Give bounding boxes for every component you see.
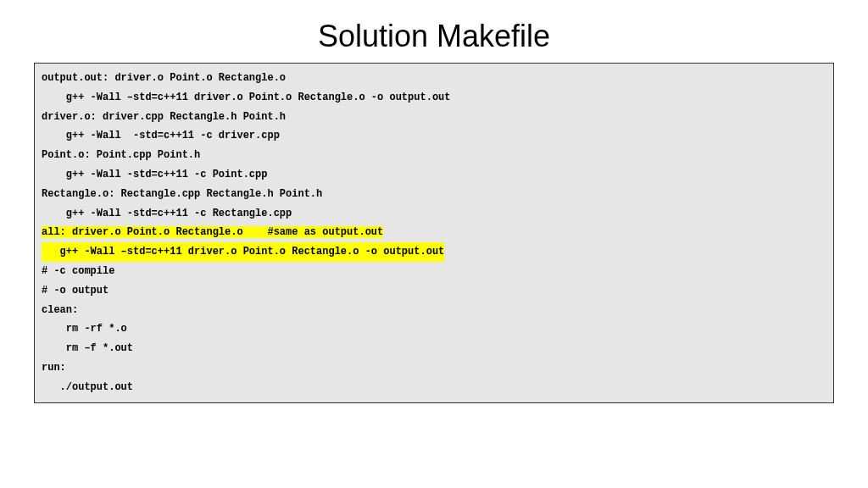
makefile-codebox: output.out: driver.o Point.o Rectangle.o… bbox=[34, 63, 834, 403]
code-line-highlight: all: driver.o Point.o Rectangle.o #same … bbox=[42, 223, 826, 242]
code-line: Point.o: Point.cpp Point.h bbox=[42, 146, 826, 165]
code-line: g++ -Wall –std=c++11 driver.o Point.o Re… bbox=[42, 88, 826, 108]
code-line: Rectangle.o: Rectangle.cpp Rectangle.h P… bbox=[42, 185, 826, 204]
code-line: run: bbox=[42, 358, 826, 378]
code-line: # -c compile bbox=[42, 262, 826, 281]
code-line: rm -rf *.o bbox=[42, 319, 826, 339]
code-line-highlight: g++ -Wall –std=c++11 driver.o Point.o Re… bbox=[42, 242, 826, 262]
code-line: driver.o: driver.cpp Rectangle.h Point.h bbox=[42, 108, 826, 127]
code-line: ./output.out bbox=[42, 378, 826, 397]
code-line: g++ -Wall -std=c++11 -c Point.cpp bbox=[42, 165, 826, 185]
code-line: output.out: driver.o Point.o Rectangle.o bbox=[42, 69, 826, 88]
code-line: g++ -Wall -std=c++11 -c Rectangle.cpp bbox=[42, 204, 826, 224]
code-line: rm –f *.out bbox=[42, 339, 826, 358]
highlight-span: g++ -Wall –std=c++11 driver.o Point.o Re… bbox=[42, 242, 444, 262]
highlight-span: all: driver.o Point.o Rectangle.o #same … bbox=[42, 226, 383, 238]
page-title: Solution Makefile bbox=[0, 0, 868, 63]
code-line: clean: bbox=[42, 301, 826, 320]
code-line: g++ -Wall -std=c++11 -c driver.cpp bbox=[42, 126, 826, 146]
code-line: # -o output bbox=[42, 281, 826, 301]
